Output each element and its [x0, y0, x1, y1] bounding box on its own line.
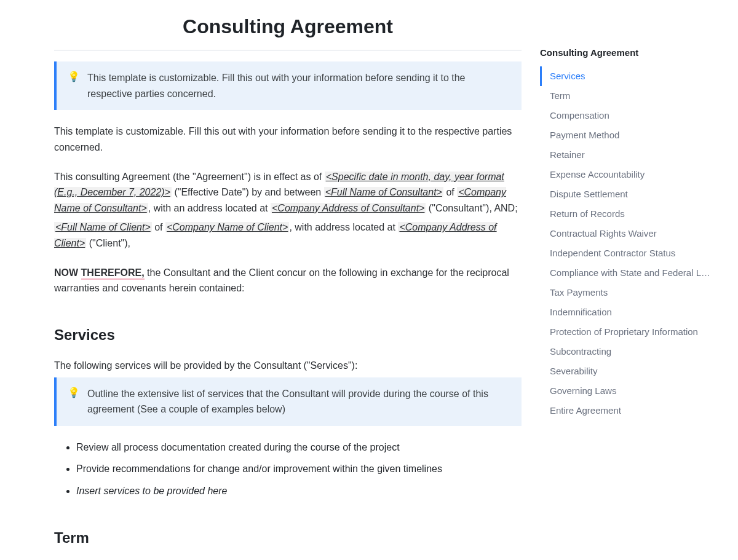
list-item[interactable]: Provide recommendations for change and/o…: [76, 461, 522, 477]
text-fragment: This consulting Agreement (the "Agreemen…: [54, 172, 325, 182]
toc-item-term[interactable]: Term: [540, 86, 712, 106]
now-therefore-paragraph: NOW THEREFORE, the Consultant and the Cl…: [54, 265, 522, 296]
callout-template-notice: 💡 This template is customizable. Fill th…: [54, 61, 522, 110]
callout-text: This template is customizable. Fill this…: [87, 70, 510, 101]
services-list: Review all process documentation created…: [54, 440, 522, 499]
now-text: NOW: [54, 267, 81, 278]
text-fragment: ("Client"),: [86, 238, 130, 248]
page-root: Consulting Agreement 💡 This template is …: [0, 0, 738, 560]
toc-item-expense-accountability[interactable]: Expense Accountability: [540, 165, 712, 184]
placeholder-consultant-name[interactable]: <Full Name of Consultant>: [324, 187, 443, 197]
agreement-paragraph-2[interactable]: <Full Name of Client> of <Company Name o…: [54, 219, 522, 251]
toc-item-indemnification[interactable]: Indemnification: [540, 302, 712, 322]
intro-paragraph: This template is customizable. Fill this…: [54, 124, 522, 155]
toc-item-dispute-settlement[interactable]: Dispute Settlement: [540, 184, 712, 204]
list-item[interactable]: Review all process documentation created…: [76, 440, 522, 455]
toc-item-independent-contractor-status[interactable]: Independent Contractor Status: [540, 243, 712, 263]
toc-item-protection-proprietary[interactable]: Protection of Proprietary Information: [540, 322, 712, 342]
text-fragment: ("Effective Date") by and between: [172, 187, 324, 197]
text-fragment: , with an address located at: [148, 203, 271, 213]
toc-item-compensation[interactable]: Compensation: [540, 106, 712, 125]
toc-item-tax-payments[interactable]: Tax Payments: [540, 283, 712, 302]
placeholder-consultant-address[interactable]: <Company Address of Consultant>: [271, 203, 426, 213]
toc-item-governing-laws[interactable]: Governing Laws: [540, 381, 712, 401]
callout-services-help: 💡 Outline the extensive list of services…: [54, 377, 522, 426]
toc-item-payment-method[interactable]: Payment Method: [540, 125, 712, 145]
placeholder-client-company[interactable]: <Company Name of Client>: [165, 222, 289, 232]
toc-title: Consulting Agreement: [540, 45, 712, 60]
text-fragment: ("Consultant"), AND;: [426, 203, 517, 213]
title-divider: [54, 50, 522, 50]
text-fragment: of: [443, 187, 457, 197]
toc-item-return-of-records[interactable]: Return of Records: [540, 204, 712, 224]
toc-item-compliance[interactable]: Compliance with State and Federal Li…: [540, 263, 712, 283]
toc-item-subcontracting[interactable]: Subcontracting: [540, 342, 712, 361]
heading-term: Term: [54, 526, 522, 550]
callout-text: Outline the extensive list of services t…: [87, 386, 510, 417]
toc-item-services[interactable]: Services: [540, 66, 712, 86]
lightbulb-icon: 💡: [68, 386, 80, 400]
lightbulb-icon: 💡: [68, 70, 80, 84]
list-item-placeholder[interactable]: Insert services to be provided here: [76, 483, 522, 499]
doc-title: Consulting Agreement: [54, 11, 522, 50]
toc-item-entire-agreement[interactable]: Entire Agreement: [540, 401, 712, 420]
placeholder-client-name[interactable]: <Full Name of Client>: [54, 222, 152, 232]
table-of-contents: Consulting Agreement Services Term Compe…: [540, 11, 712, 560]
toc-item-contractual-rights-waiver[interactable]: Contractual Rights Waiver: [540, 224, 712, 243]
agreement-paragraph-1[interactable]: This consulting Agreement (the "Agreemen…: [54, 169, 522, 216]
text-fragment: of: [152, 222, 165, 232]
text-fragment: , with address located at: [289, 222, 398, 232]
services-lead: The following services will be provided …: [54, 358, 522, 374]
heading-services: Services: [54, 323, 522, 347]
toc-item-severability[interactable]: Severability: [540, 361, 712, 381]
therefore-text: THEREFORE,: [81, 267, 145, 280]
toc-item-retainer[interactable]: Retainer: [540, 145, 712, 165]
document-body: Consulting Agreement 💡 This template is …: [54, 11, 522, 560]
